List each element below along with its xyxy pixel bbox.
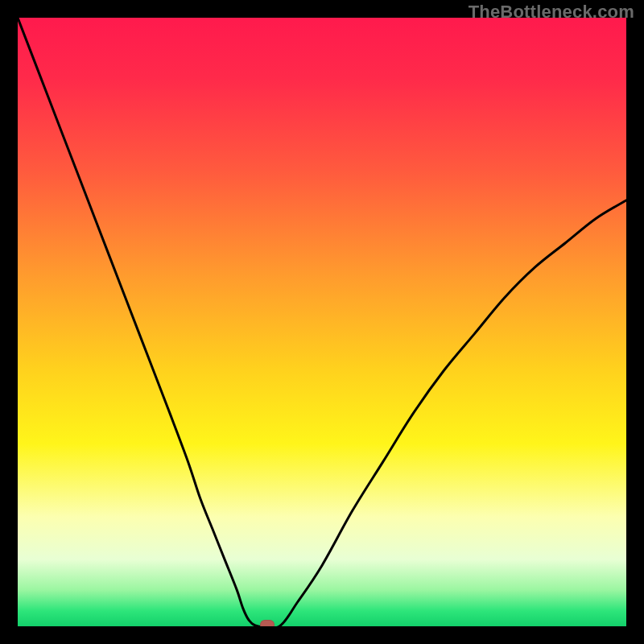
bottleneck-curve: [18, 18, 626, 626]
optimal-point-marker: [260, 620, 275, 626]
watermark-text: TheBottleneck.com: [469, 2, 634, 23]
plot-area: [18, 18, 626, 626]
chart-frame: TheBottleneck.com: [0, 0, 644, 644]
